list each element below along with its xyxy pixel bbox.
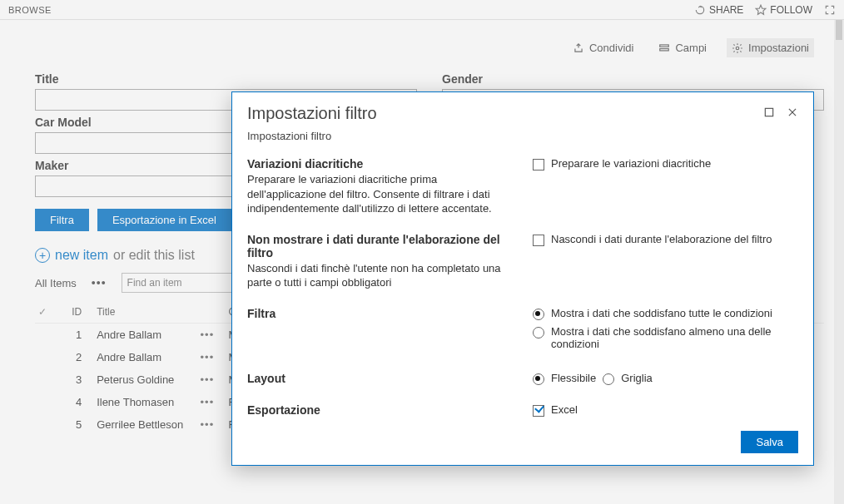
- checkbox-icon: [533, 159, 544, 170]
- modal-maximize-button[interactable]: [763, 106, 775, 121]
- star-icon: [755, 4, 767, 16]
- radio-icon: [533, 373, 544, 385]
- diacritic-heading: Variazioni diacritiche: [247, 157, 513, 170]
- share-button[interactable]: SHARE: [694, 4, 743, 16]
- diacritic-checkbox[interactable]: Preparare le variazioni diacritiche: [533, 157, 798, 170]
- diacritic-desc: Preparare le variazioni diacritiche prim…: [247, 172, 513, 216]
- window-icon: [763, 106, 775, 118]
- filtra-heading: Filtra: [247, 307, 513, 320]
- hidedata-checkbox[interactable]: Nascondi i dati durante l'elaborazione d…: [533, 233, 798, 246]
- export-checkbox-excel[interactable]: Excel: [533, 403, 798, 417]
- svg-marker-0: [756, 5, 766, 14]
- radio-icon: [603, 373, 614, 385]
- share-icon: [694, 4, 706, 16]
- checkbox-checked-icon: [533, 405, 544, 417]
- layout-heading: Layout: [247, 372, 513, 385]
- export-heading: Esportazione: [247, 403, 513, 417]
- svg-rect-6: [765, 108, 772, 116]
- ribbon: BROWSE SHARE FOLLOW: [0, 0, 844, 20]
- modal-subtitle: Impostazioni filtro: [232, 126, 813, 149]
- layout-radio-griglia[interactable]: Griglia: [603, 372, 653, 385]
- modal-close-button[interactable]: [787, 106, 798, 121]
- expand-icon: [824, 4, 836, 16]
- salva-button[interactable]: Salva: [741, 431, 798, 453]
- settings-modal: Impostazioni filtro Impostazioni filtro …: [231, 91, 814, 466]
- modal-title: Impostazioni filtro: [247, 104, 377, 123]
- radio-icon: [533, 327, 544, 338]
- layout-radio-flessibile[interactable]: Flessibile: [533, 372, 596, 385]
- hidedata-desc: Nascondi i dati finchè l'utente non ha c…: [247, 261, 513, 290]
- filtra-radio-any[interactable]: Mostra i dati che soddisfano almeno una …: [533, 325, 798, 350]
- radio-icon: [533, 309, 544, 320]
- filtra-radio-all[interactable]: Mostra i dati che soddisfano tutte le co…: [533, 307, 798, 320]
- fullscreen-button[interactable]: [824, 4, 836, 16]
- checkbox-icon: [533, 235, 544, 246]
- follow-button[interactable]: FOLLOW: [755, 4, 812, 16]
- ribbon-tab-browse[interactable]: BROWSE: [8, 5, 52, 15]
- hidedata-heading: Non mostrare i dati durante l'elaborazio…: [247, 233, 513, 259]
- close-icon: [787, 106, 798, 118]
